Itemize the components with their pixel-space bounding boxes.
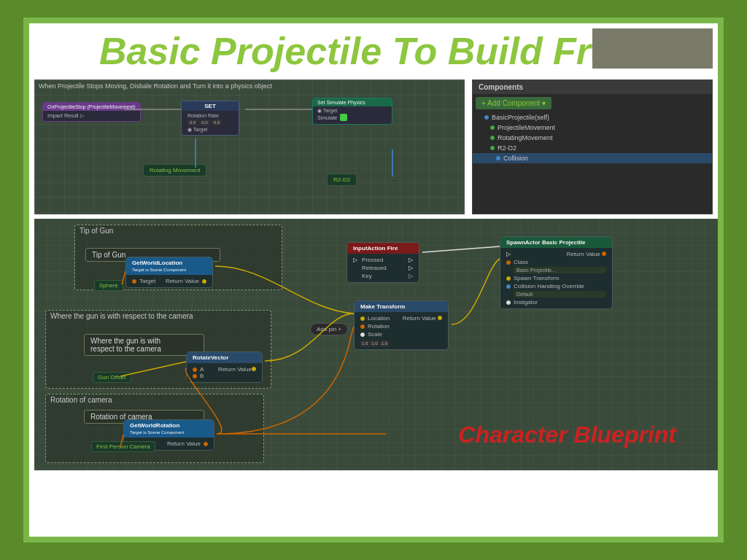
set-node: SET Rotation Rate 0.0 0.0 0.0 ◉ Target bbox=[181, 101, 239, 136]
set-simulate-node: Set Simulate Physics ◉ Target Simulate bbox=[312, 98, 392, 125]
gray-thumbnail bbox=[592, 28, 713, 69]
comp-item-r2d2: R2-D2 bbox=[473, 143, 712, 153]
first-person-camera-variable: First Person Camera bbox=[91, 441, 155, 452]
rotating-movement-node: Rotating Movement bbox=[143, 164, 206, 176]
comp-dot-projectile bbox=[490, 125, 495, 130]
where-gun-inner-label: Where the gun is with respect to the cam… bbox=[90, 337, 161, 353]
comp-item-projectilemovement: ProjectileMovement bbox=[473, 122, 712, 133]
get-world-location-node: GetWorldLocationTarget is Scene Componen… bbox=[125, 257, 213, 288]
tip-of-gun-outer-label: Tip of Gun bbox=[80, 227, 113, 235]
input-action-fire-node: InputAction Fire ▷Pressed ▷ Released ▷ K… bbox=[347, 242, 419, 283]
character-blueprint-label: Character Blueprint bbox=[458, 421, 676, 448]
comp-item-basicprojectile: BasicProjectile(self) bbox=[473, 112, 712, 122]
components-panel: Components + Add Component ▾ BasicProjec… bbox=[472, 79, 713, 214]
slide-container: Basic Projectile To Build From When Proj… bbox=[23, 18, 724, 542]
content-area: When Projectile Stops Moving, Disbale Ro… bbox=[23, 79, 724, 214]
rot-pin bbox=[360, 324, 365, 329]
return-pin bbox=[202, 279, 206, 284]
top-blueprint: When Projectile Stops Moving, Disbale Ro… bbox=[34, 79, 465, 214]
rotation-outer-label: Rotation of camera bbox=[50, 396, 112, 404]
bottom-blueprint: Tip of Gun Tip of Gun Where the gun is w… bbox=[34, 219, 724, 470]
comp-dot-rotating bbox=[490, 136, 495, 140]
gun-offset-variable: Gun Offset bbox=[93, 372, 131, 383]
comp-dot-r2d2 bbox=[490, 146, 495, 150]
r2d2-node: R2-D2 bbox=[327, 174, 357, 186]
projectile-stop-node: OnProjectileStop (ProjectileMovement) Im… bbox=[42, 102, 141, 122]
loc-pin bbox=[360, 316, 365, 321]
tip-of-gun-inner-label: Tip of Gun bbox=[92, 251, 125, 259]
blueprint-label: When Projectile Stops Moving, Disbale Ro… bbox=[39, 82, 272, 90]
spawn-actor-node: SpawnActor Basic Projectile ▷ Return Val… bbox=[500, 236, 613, 309]
comp-item-rotatingmovement: RotatingMovement bbox=[473, 133, 712, 143]
add-pin-node: Add pin + bbox=[310, 323, 348, 335]
add-component-button[interactable]: + Add Component ▾ bbox=[476, 97, 551, 109]
transform-return-pin bbox=[438, 316, 442, 320]
target-pin bbox=[132, 279, 136, 284]
comp-dot-collision bbox=[496, 156, 500, 160]
comp-dot-basicprojectile bbox=[484, 115, 489, 120]
where-gun-outer-label: Where the gun is with respect to the cam… bbox=[50, 312, 193, 320]
scale-pin bbox=[360, 332, 365, 337]
comp-item-collision: Collision bbox=[473, 153, 712, 163]
components-header: Components bbox=[473, 80, 712, 94]
sphere-variable: Sphere bbox=[94, 280, 123, 291]
make-transform-node: Make Transform Location Rotation Scale 1… bbox=[354, 300, 449, 350]
rotate-vector-node: RotateVector A B Return Value bbox=[186, 351, 263, 383]
